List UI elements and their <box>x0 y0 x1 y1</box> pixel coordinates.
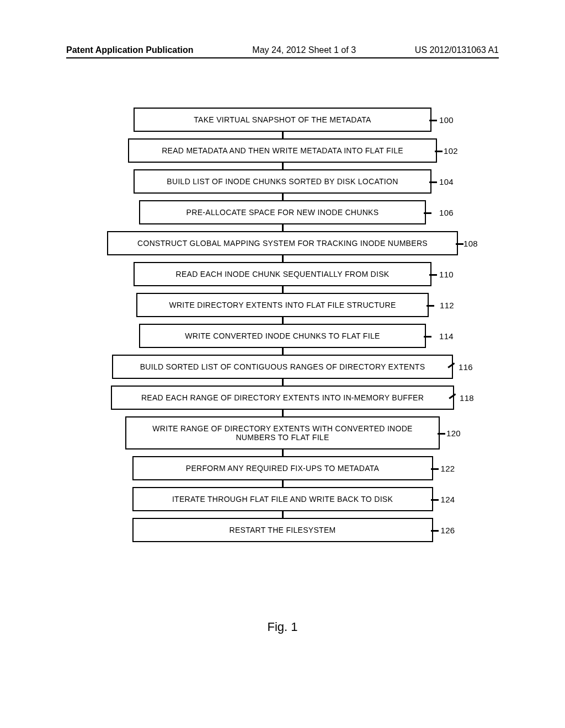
flowchart-step: READ EACH RANGE OF DIRECTORY EXTENTS INT… <box>89 386 476 410</box>
connector <box>282 379 284 386</box>
connector <box>282 224 284 231</box>
flowchart-step: ITERATE THROUGH FLAT FILE AND WRITE BACK… <box>89 487 476 511</box>
label-tick <box>449 393 456 399</box>
label-tick <box>431 499 439 501</box>
label-tick <box>438 433 445 435</box>
step-label: 122 <box>441 464 455 473</box>
connector <box>282 255 284 262</box>
flowchart-step: PRE-ALLOCATE SPACE FOR NEW INODE CHUNKS1… <box>89 200 476 224</box>
label-tick <box>447 362 455 368</box>
step-label: 124 <box>441 495 455 504</box>
label-tick <box>429 274 437 276</box>
step-label: 118 <box>460 393 474 403</box>
step-label: 106 <box>439 208 454 217</box>
flowchart-step: CONSTRUCT GLOBAL MAPPING SYSTEM FOR TRAC… <box>89 231 476 255</box>
step-label: 102 <box>444 146 458 156</box>
flowchart-step: WRITE RANGE OF DIRECTORY EXTENTS WITH CO… <box>89 416 476 449</box>
figure-label: Fig. 1 <box>267 620 297 634</box>
header-left: Patent Application Publication <box>66 45 194 55</box>
step-box: CONSTRUCT GLOBAL MAPPING SYSTEM FOR TRAC… <box>107 231 458 255</box>
connector <box>282 449 284 456</box>
connector <box>282 132 284 138</box>
step-box: READ EACH INODE CHUNK SEQUENTIALLY FROM … <box>134 262 431 286</box>
step-label: 126 <box>441 526 455 535</box>
connector <box>282 348 284 355</box>
flowchart-step: READ METADATA AND THEN WRITE METADATA IN… <box>89 138 476 163</box>
step-box: RESTART THE FILESYSTEM126 <box>132 518 433 542</box>
label-tick <box>424 212 431 214</box>
step-label: 108 <box>463 239 478 248</box>
flowchart-step: WRITE CONVERTED INODE CHUNKS TO FLAT FIL… <box>89 324 476 348</box>
connector <box>282 194 284 200</box>
page-header: Patent Application Publication May 24, 2… <box>0 45 565 55</box>
flowchart-step: PERFORM ANY REQUIRED FIX-UPS TO METADATA… <box>89 456 476 480</box>
flowchart-step: READ EACH INODE CHUNK SEQUENTIALLY FROM … <box>89 262 476 286</box>
step-label: 110 <box>439 270 454 279</box>
connector <box>282 511 284 518</box>
flowchart-step: RESTART THE FILESYSTEM126 <box>89 518 476 542</box>
step-label: 114 <box>439 331 454 341</box>
step-box: WRITE CONVERTED INODE CHUNKS TO FLAT FIL… <box>139 324 426 348</box>
flowchart-step: WRITE DIRECTORY EXTENTS INTO FLAT FILE S… <box>89 293 476 317</box>
label-tick <box>429 120 437 121</box>
step-box: WRITE RANGE OF DIRECTORY EXTENTS WITH CO… <box>125 416 440 449</box>
step-label: 104 <box>439 177 454 186</box>
label-tick <box>435 151 443 152</box>
step-label: 116 <box>459 362 473 372</box>
label-tick <box>431 468 439 470</box>
connector <box>282 480 284 487</box>
label-tick <box>456 243 463 245</box>
connector <box>282 410 284 416</box>
step-box: BUILD SORTED LIST OF CONTIGUOUS RANGES O… <box>112 355 453 379</box>
step-box: PRE-ALLOCATE SPACE FOR NEW INODE CHUNKS1… <box>139 200 426 224</box>
header-divider <box>66 57 499 58</box>
step-box: TAKE VIRTUAL SNAPSHOT OF THE METADATA100 <box>134 108 431 132</box>
step-label: 112 <box>440 301 454 310</box>
step-box: BUILD LIST OF INODE CHUNKS SORTED BY DIS… <box>134 169 431 194</box>
step-label: 120 <box>446 429 461 438</box>
step-box: READ EACH RANGE OF DIRECTORY EXTENTS INT… <box>111 386 454 410</box>
step-box: READ METADATA AND THEN WRITE METADATA IN… <box>128 138 437 163</box>
header-center: May 24, 2012 Sheet 1 of 3 <box>252 45 356 55</box>
step-label: 100 <box>439 115 454 125</box>
connector <box>282 317 284 324</box>
header-right: US 2012/0131063 A1 <box>415 45 499 55</box>
connector <box>282 163 284 169</box>
step-box: WRITE DIRECTORY EXTENTS INTO FLAT FILE S… <box>136 293 429 317</box>
label-tick <box>431 530 439 532</box>
label-tick <box>427 305 434 307</box>
label-tick <box>424 336 431 338</box>
connector <box>282 286 284 293</box>
flowchart-step: BUILD LIST OF INODE CHUNKS SORTED BY DIS… <box>89 169 476 194</box>
step-box: PERFORM ANY REQUIRED FIX-UPS TO METADATA… <box>132 456 433 480</box>
flowchart: TAKE VIRTUAL SNAPSHOT OF THE METADATA100… <box>89 108 476 542</box>
flowchart-step: BUILD SORTED LIST OF CONTIGUOUS RANGES O… <box>89 355 476 379</box>
flowchart-step: TAKE VIRTUAL SNAPSHOT OF THE METADATA100 <box>89 108 476 132</box>
label-tick <box>429 181 437 183</box>
step-box: ITERATE THROUGH FLAT FILE AND WRITE BACK… <box>132 487 433 511</box>
